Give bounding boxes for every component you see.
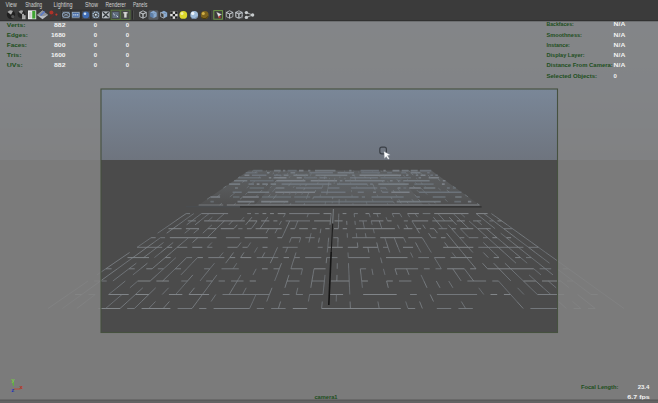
svg-text:camera1: camera1 (314, 394, 338, 400)
svg-text:Panels: Panels (133, 1, 147, 8)
svg-text:6.7 fps: 6.7 fps (627, 394, 650, 400)
svg-text:N/A: N/A (614, 52, 626, 58)
svg-text:Shading: Shading (25, 1, 42, 9)
svg-text:Renderer: Renderer (105, 1, 126, 8)
svg-text:Lighting: Lighting (54, 1, 73, 9)
svg-text:Selected Objects:: Selected Objects: (547, 73, 598, 79)
svg-text:Show: Show (85, 1, 98, 8)
svg-text:N/A: N/A (614, 21, 626, 27)
svg-text:882: 882 (54, 62, 66, 68)
svg-text:Smoothness:: Smoothness: (547, 32, 583, 38)
svg-text:Display Layer:: Display Layer: (547, 52, 585, 58)
svg-text:Backfaces:: Backfaces: (547, 21, 574, 27)
svg-text:882: 882 (54, 22, 66, 28)
svg-text:Faces:: Faces: (7, 42, 27, 48)
svg-text:N/A: N/A (614, 42, 626, 48)
svg-text:View: View (6, 1, 18, 8)
svg-text:Instance:: Instance: (547, 42, 570, 48)
svg-text:1600: 1600 (51, 52, 66, 58)
svg-text:Verts:: Verts: (7, 22, 26, 28)
svg-text:Distance From Camera:: Distance From Camera: (547, 62, 613, 68)
svg-text:Tris:: Tris: (7, 52, 22, 58)
svg-text:N/A: N/A (614, 62, 626, 68)
svg-text:1680: 1680 (51, 32, 66, 38)
svg-text:Focal Length:: Focal Length: (581, 384, 619, 390)
svg-text:800: 800 (54, 42, 66, 48)
svg-text:N/A: N/A (614, 32, 626, 38)
svg-text:23.4: 23.4 (638, 384, 650, 390)
svg-text:UVs:: UVs: (7, 62, 23, 68)
svg-text:Edges:: Edges: (7, 32, 28, 38)
svg-text:z: z (11, 387, 14, 393)
